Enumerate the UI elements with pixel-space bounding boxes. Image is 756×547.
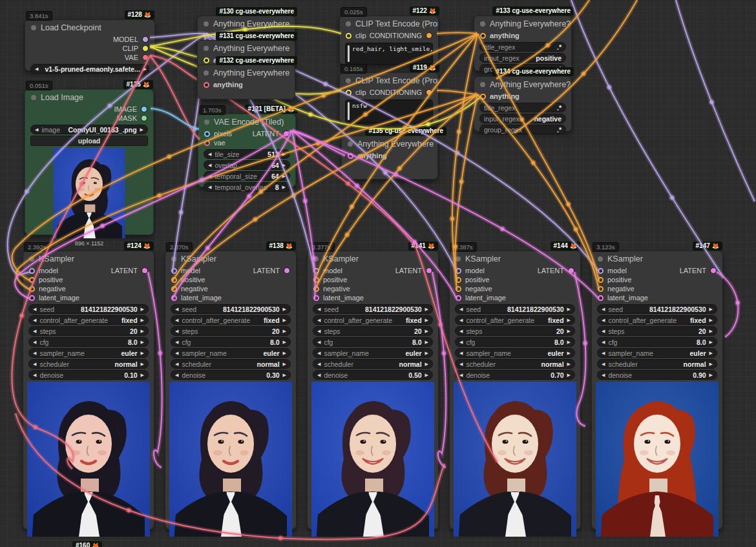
next-arrow-icon[interactable]: ▶ [283, 373, 286, 378]
node-title[interactable]: CLIP Text Encode (Prompt) [340, 16, 438, 30]
widget-temporal_overlap[interactable]: ◀temporal_overlap8▶ [204, 182, 290, 192]
prev-arrow-icon[interactable]: ◀ [33, 373, 36, 378]
prompt-textarea[interactable]: nsfw [345, 99, 433, 123]
input-slot-positive[interactable]: positive [308, 275, 438, 284]
prev-arrow-icon[interactable]: ◀ [602, 318, 605, 323]
widget-control_after_generate[interactable]: ◀control_after_generatefixed▶ [313, 315, 433, 325]
input-slot-negative[interactable]: negative [23, 284, 154, 293]
next-arrow-icon[interactable]: ▶ [282, 185, 286, 190]
prev-arrow-icon[interactable]: ◀ [175, 329, 178, 334]
widget-denoise[interactable]: ◀denoise0.10▶ [28, 370, 149, 380]
output-slot-latent[interactable]: LATENT [517, 266, 580, 275]
widget-sampler_name[interactable]: ◀sampler_nameeuler▶ [455, 348, 575, 358]
input-slot-anything[interactable]: anything [474, 31, 571, 40]
node-anything-everywhere-latent[interactable]: #135 cg-use-everywhere Anything Everywhe… [341, 136, 438, 180]
next-arrow-icon[interactable]: ▶ [141, 307, 144, 312]
widget-control_after_generate[interactable]: ◀control_after_generatefixed▶ [597, 315, 717, 325]
collapse-dot-icon[interactable] [480, 21, 485, 26]
node-clip-text-encode-negative[interactable]: 0.165s #119🦊 CLIP Text Encode (Prompt) c… [339, 72, 439, 123]
model-port-icon[interactable] [142, 36, 149, 43]
node-ksampler[interactable]: 2.392s #124🦊 KSampler model positive neg… [23, 251, 154, 530]
next-arrow-icon[interactable]: ▶ [283, 362, 286, 367]
next-arrow-icon[interactable]: ▶ [282, 163, 286, 168]
widget-seed[interactable]: ◀seed814121822900530▶ [171, 304, 291, 314]
widget-title_regex[interactable]: title_regex.* [479, 103, 566, 112]
widget-cfg[interactable]: ◀cfg8.0▶ [313, 337, 433, 347]
prev-arrow-icon[interactable]: ◀ [208, 163, 211, 168]
prev-arrow-icon[interactable]: ◀ [317, 318, 320, 323]
model-port-icon[interactable] [29, 268, 35, 274]
node-ksampler[interactable]: 2.377s #141🦊 KSampler model positive neg… [307, 251, 439, 530]
input-slot-latent-image[interactable]: latent_image [165, 293, 296, 302]
widget-steps[interactable]: ◀steps20▶ [313, 326, 433, 336]
widget-control_after_generate[interactable]: ◀control_after_generatefixed▶ [28, 315, 149, 325]
node-title[interactable]: VAE Encode (Tiled) [198, 114, 295, 129]
node-title[interactable]: KSampler [165, 251, 296, 265]
next-arrow-icon[interactable]: ▶ [709, 340, 713, 345]
node-clip-text-encode-positive[interactable]: 0.025s #122🦊 CLIP Text Encode (Prompt) c… [339, 15, 439, 65]
latent-port-icon[interactable] [313, 295, 319, 301]
widget-scheduler[interactable]: ◀schedulernormal▶ [28, 359, 149, 369]
next-arrow-icon[interactable]: ▶ [567, 351, 571, 356]
node-title[interactable]: Anything Everywhere [198, 41, 295, 55]
prev-arrow-icon[interactable]: ◀ [208, 185, 211, 190]
widget-scheduler[interactable]: ◀schedulernormal▶ [313, 359, 433, 369]
negative-port-icon[interactable] [598, 286, 604, 292]
widget-ckpt-name[interactable]: ◀ckpt_namev1-5-pruned-emaonly.safete...▶ [30, 64, 149, 74]
conditioning-port-icon[interactable] [426, 32, 432, 39]
next-arrow-icon[interactable]: ▶ [283, 340, 286, 345]
input-slot-negative[interactable]: negative [450, 284, 580, 293]
widget-input_regex[interactable]: input_regexpositive [479, 53, 566, 63]
prev-arrow-icon[interactable]: ◀ [33, 329, 36, 334]
prev-arrow-icon[interactable]: ◀ [175, 340, 178, 345]
anything-port-icon[interactable] [204, 57, 209, 63]
positive-port-icon[interactable] [29, 277, 35, 283]
collapse-dot-icon[interactable] [346, 21, 351, 26]
widget-sampler_name[interactable]: ◀sampler_nameeuler▶ [597, 348, 717, 358]
negative-port-icon[interactable] [313, 286, 319, 292]
input-slot-anything[interactable]: anything [474, 92, 571, 101]
next-arrow-icon[interactable]: ▶ [141, 362, 144, 367]
next-arrow-icon[interactable]: ▶ [709, 318, 713, 323]
widget-denoise[interactable]: ◀denoise0.90▶ [597, 370, 717, 380]
prev-arrow-icon[interactable]: ◀ [175, 318, 178, 323]
anything-port-icon[interactable] [480, 33, 486, 39]
next-arrow-icon[interactable]: ▶ [709, 329, 713, 334]
upload-button[interactable]: upload [30, 136, 148, 146]
collapse-dot-icon[interactable] [204, 46, 209, 51]
widget-cfg[interactable]: ◀cfg8.0▶ [597, 337, 717, 347]
next-arrow-icon[interactable]: ▶ [709, 351, 713, 356]
input-slot-negative[interactable]: negative [592, 284, 722, 293]
vae-port-icon[interactable] [142, 54, 149, 61]
input-slot-negative[interactable]: negative [308, 284, 438, 293]
next-arrow-icon[interactable]: ▶ [143, 67, 147, 72]
widget-group_regex[interactable]: group_regex.* [479, 125, 566, 134]
prev-arrow-icon[interactable]: ◀ [317, 329, 320, 334]
widget-scheduler[interactable]: ◀schedulernormal▶ [171, 359, 291, 369]
anything-port-icon[interactable] [480, 94, 486, 99]
prev-arrow-icon[interactable]: ◀ [602, 307, 605, 312]
prev-arrow-icon[interactable]: ◀ [602, 373, 605, 378]
anything-port-icon[interactable] [348, 153, 353, 159]
input-slot-negative[interactable]: negative [165, 284, 296, 293]
latent-port-icon[interactable] [283, 130, 289, 137]
next-arrow-icon[interactable]: ▶ [425, 340, 428, 345]
widget-denoise[interactable]: ◀denoise0.70▶ [455, 370, 575, 380]
collapse-dot-icon[interactable] [346, 78, 351, 83]
input-slot-latent-image[interactable]: latent_image [308, 293, 438, 302]
next-arrow-icon[interactable]: ▶ [425, 373, 428, 378]
negative-port-icon[interactable] [456, 286, 461, 292]
prev-arrow-icon[interactable]: ◀ [459, 373, 463, 378]
negative-port-icon[interactable] [29, 286, 35, 292]
widget-seed[interactable]: ◀seed814121822900530▶ [313, 304, 433, 314]
positive-port-icon[interactable] [313, 277, 319, 283]
latent-port-icon[interactable] [29, 295, 35, 301]
next-arrow-icon[interactable]: ▶ [567, 340, 571, 345]
next-arrow-icon[interactable]: ▶ [425, 307, 428, 312]
next-arrow-icon[interactable]: ▶ [709, 362, 713, 367]
next-arrow-icon[interactable]: ▶ [283, 307, 286, 312]
latent-port-icon[interactable] [598, 295, 604, 301]
node-title[interactable]: Load Checkpoint [25, 20, 154, 34]
prev-arrow-icon[interactable]: ◀ [317, 373, 320, 378]
next-arrow-icon[interactable]: ▶ [425, 329, 428, 334]
